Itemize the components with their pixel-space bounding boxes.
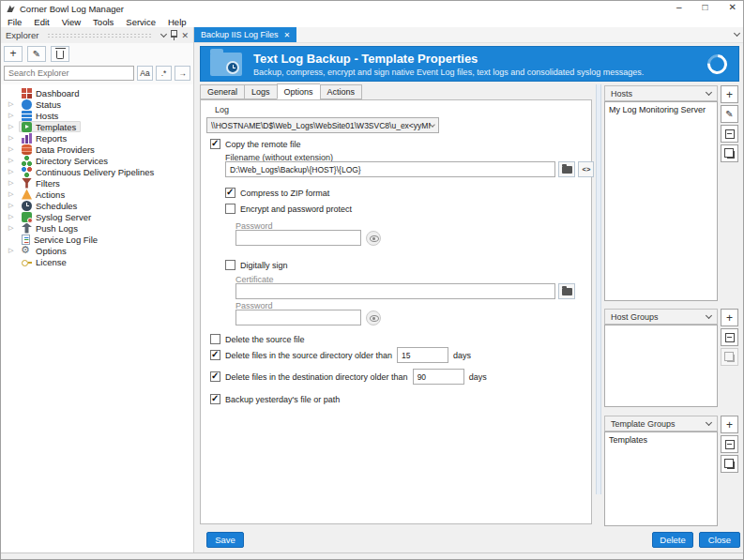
tree-item-reports[interactable]: ▷Reports xyxy=(1,132,193,144)
encrypt-checkbox[interactable] xyxy=(225,204,235,214)
minimize-button[interactable]: – xyxy=(674,2,685,12)
explorer-tree: ▷Dashboard ▷Status ▷Hosts ▷Templates ▷Re… xyxy=(1,84,193,552)
search-go-button[interactable]: → xyxy=(175,66,190,81)
tree-item-pipelines[interactable]: ▷Continuous Delivery Pipelines xyxy=(1,166,193,177)
tree-item-directory-services[interactable]: ▷Directory Services xyxy=(1,155,193,166)
close-button[interactable]: ✕ xyxy=(726,2,739,12)
expand-icon[interactable]: ▷ xyxy=(8,112,19,119)
edit-button[interactable]: ✎ xyxy=(27,46,46,62)
tab-general[interactable]: General xyxy=(200,84,244,99)
template-groups-remove-button[interactable] xyxy=(721,435,738,453)
search-input[interactable] xyxy=(4,66,134,81)
tree-item-options[interactable]: ▷Options xyxy=(1,245,193,256)
insert-token-button[interactable]: < > xyxy=(578,161,594,177)
expand-icon[interactable]: ▷ xyxy=(8,157,19,164)
menu-file[interactable]: File xyxy=(8,17,22,27)
list-item[interactable]: My Log Monitoring Server xyxy=(609,105,713,114)
expand-icon[interactable]: ▷ xyxy=(8,134,19,142)
list-item[interactable]: Templates xyxy=(609,435,713,445)
explorer-search-row: Aa .* → xyxy=(1,64,193,84)
menu-view[interactable]: View xyxy=(62,17,81,27)
match-case-button[interactable]: Aa xyxy=(137,66,153,81)
hosts-remove-button[interactable] xyxy=(721,125,738,143)
host-groups-copy-button[interactable] xyxy=(721,348,738,366)
tree-item-actions[interactable]: ▷Actions xyxy=(1,189,193,200)
show-password-eye-icon[interactable] xyxy=(366,231,381,246)
show-password-eye-icon[interactable] xyxy=(366,310,381,325)
dest-days-input[interactable]: 90 xyxy=(413,369,464,385)
delete-source-checkbox[interactable] xyxy=(210,334,220,344)
host-groups-add-button[interactable]: + xyxy=(721,309,738,326)
expand-icon[interactable]: ▷ xyxy=(8,202,19,209)
host-groups-header[interactable]: Host Groups xyxy=(604,309,718,325)
filename-input[interactable]: D:\Web_Logs\Backup\{HOST}\{LOG} xyxy=(225,161,555,177)
tree-item-syslog-server[interactable]: ▷Syslog Server xyxy=(1,211,193,222)
log-combobox[interactable]: \\HOSTNAME\D$\Web_Logs\WebSite01\W3SVC8\… xyxy=(206,117,439,133)
menu-service[interactable]: Service xyxy=(126,17,156,27)
hosts-add-button[interactable]: + xyxy=(721,85,738,103)
tree-item-push-logs[interactable]: ▷Push Logs xyxy=(1,222,193,234)
delete-dest-days-checkbox[interactable] xyxy=(210,371,220,382)
tree-item-hosts[interactable]: ▷Hosts xyxy=(1,110,193,121)
delete-button[interactable] xyxy=(51,46,69,62)
expand-icon[interactable]: ▷ xyxy=(8,100,19,108)
hosts-header[interactable]: Hosts xyxy=(604,85,718,101)
panel-menu-chevron-icon[interactable] xyxy=(160,31,167,38)
backup-yesterday-checkbox[interactable] xyxy=(210,394,220,404)
maximize-button[interactable]: □ xyxy=(700,2,711,12)
source-days-input[interactable]: 15 xyxy=(397,347,448,363)
tree-item-data-providers[interactable]: ▷Data Providers xyxy=(1,144,193,155)
template-groups-copy-button[interactable] xyxy=(721,455,738,473)
expand-icon[interactable]: ▷ xyxy=(8,179,19,187)
copy-remote-checkbox[interactable] xyxy=(210,139,220,149)
menu-tools[interactable]: Tools xyxy=(93,17,114,27)
document-tab[interactable]: Backup IIS Log Files ✕ xyxy=(194,27,296,42)
tree-item-license[interactable]: ▷License xyxy=(1,256,193,267)
tab-options[interactable]: Options xyxy=(277,83,320,99)
template-groups-add-button[interactable]: + xyxy=(721,416,738,433)
tab-close-icon[interactable]: ✕ xyxy=(284,31,291,39)
vertical-splitter[interactable] xyxy=(596,84,601,494)
certificate-input[interactable] xyxy=(235,283,555,299)
expand-icon[interactable]: ▷ xyxy=(8,213,19,220)
delete-template-button[interactable]: Delete xyxy=(652,532,693,548)
tree-item-status[interactable]: ▷Status xyxy=(1,98,193,110)
add-button[interactable]: + xyxy=(4,46,23,62)
template-groups-list[interactable]: Templates xyxy=(604,431,718,526)
options-gear-icon xyxy=(22,246,32,256)
tree-item-filters[interactable]: ▷Filters xyxy=(1,177,193,189)
save-button[interactable]: Save xyxy=(206,532,244,548)
host-groups-remove-button[interactable] xyxy=(721,328,738,346)
host-groups-list[interactable] xyxy=(604,325,718,407)
expand-icon[interactable]: ▷ xyxy=(8,224,19,232)
expand-icon[interactable]: ▷ xyxy=(8,145,19,153)
hosts-list[interactable]: My Log Monitoring Server xyxy=(604,101,718,301)
hosts-copy-button[interactable] xyxy=(721,144,738,162)
plus-icon: + xyxy=(726,420,733,430)
password-input[interactable] xyxy=(235,230,361,246)
tab-list-chevron-icon[interactable] xyxy=(734,30,740,37)
expand-icon[interactable]: ▷ xyxy=(8,168,19,175)
digitally-sign-checkbox[interactable] xyxy=(225,260,235,270)
pin-icon[interactable] xyxy=(170,30,177,40)
tree-item-templates[interactable]: ▷Templates xyxy=(1,121,193,132)
compress-checkbox[interactable] xyxy=(225,188,235,198)
close-template-button[interactable]: Close xyxy=(699,532,740,548)
tree-item-dashboard[interactable]: ▷Dashboard xyxy=(1,87,193,98)
menu-help[interactable]: Help xyxy=(168,17,187,27)
expand-icon[interactable]: ▷ xyxy=(8,247,19,254)
tab-logs[interactable]: Logs xyxy=(244,84,277,99)
menu-edit[interactable]: Edit xyxy=(34,17,49,27)
expand-icon[interactable]: ▷ xyxy=(8,123,19,130)
expand-icon[interactable]: ▷ xyxy=(8,190,19,198)
delete-source-days-checkbox[interactable] xyxy=(210,350,220,360)
tree-item-schedules[interactable]: ▷Schedules xyxy=(1,200,193,211)
panel-close-icon[interactable]: ✕ xyxy=(181,31,189,40)
certificate-browse-button[interactable] xyxy=(558,283,575,299)
template-groups-header[interactable]: Template Groups xyxy=(604,416,718,431)
regex-button[interactable]: .* xyxy=(156,66,172,81)
tab-actions[interactable]: Actions xyxy=(320,84,363,99)
browse-folder-button[interactable] xyxy=(558,161,575,177)
sign-password-input[interactable] xyxy=(235,310,361,325)
hosts-edit-button[interactable]: ✎ xyxy=(721,105,738,123)
